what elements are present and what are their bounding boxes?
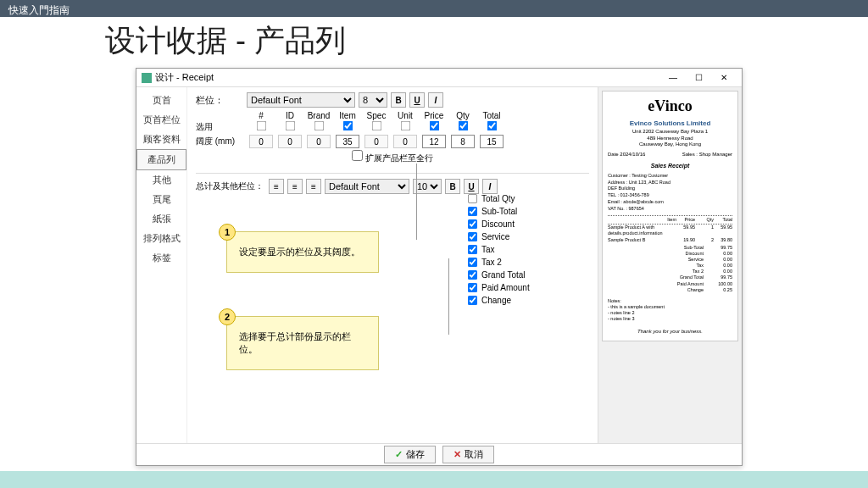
sidebar-item-2[interactable]: 顾客资料 [136,130,186,149]
total-chk-Change[interactable] [468,296,477,305]
width-Item[interactable] [336,135,359,148]
preview-panel: eVinco Evinco Solutions Limited Unit 220… [598,87,742,443]
sidebar-item-4[interactable]: 其他 [136,170,186,190]
callout-2-num: 2 [219,308,236,325]
width-Unit[interactable] [393,135,417,148]
sidebar: 页首页首栏位顾客资料產品列其他頁尾紙張排列格式标签 [136,87,187,443]
expand-checkbox[interactable] [352,150,363,161]
window-title: 设计 - Receipt [155,71,214,84]
leader-line-2 [448,258,449,335]
use-Price[interactable] [429,121,439,131]
use-ID[interactable] [285,121,295,131]
save-button[interactable]: ✓儲存 [384,446,436,463]
italic-button[interactable]: I [428,92,443,108]
callout-1-num: 1 [219,224,236,241]
width-Price[interactable] [422,135,446,148]
totals-bold-button[interactable]: B [445,179,460,194]
width-Qty[interactable] [451,135,475,148]
receipt-title: Sales Receipt [608,162,732,169]
align-center-button[interactable]: ≡ [287,179,303,194]
col-head-#: # [247,111,275,120]
sidebar-item-3[interactable]: 產品列 [136,149,186,170]
callout-2: 2 选择要于总计部份显示的栏位。 [226,316,379,370]
sidebar-item-0[interactable]: 页首 [136,91,186,110]
bold-button[interactable]: B [391,92,406,108]
totals-italic-button[interactable]: I [482,179,498,194]
totals-label: 总计及其他栏位： [196,180,265,192]
cancel-button[interactable]: ✕取消 [442,446,494,463]
total-chk-Service[interactable] [468,232,477,241]
align-right-button[interactable]: ≡ [306,179,321,194]
sidebar-item-1[interactable]: 页首栏位 [136,110,186,130]
maximize-button[interactable]: ☐ [686,70,711,86]
sidebar-item-6[interactable]: 紙張 [136,209,186,229]
sidebar-item-8[interactable]: 标签 [136,248,186,268]
col-head-Unit: Unit [391,111,420,120]
guide-header: 快速入門指南 [0,0,868,17]
col-head-Brand: Brand [304,111,333,120]
total-chk-Sub-Total[interactable] [468,207,477,216]
width-#[interactable] [249,135,273,148]
total-chk-Paid Amount[interactable] [468,283,477,292]
bottom-stripe [0,471,868,488]
use-#[interactable] [256,121,266,131]
totals-checklist: Total QtySub-TotalDiscountServiceTaxTax … [467,192,589,307]
column-label: 栏位： [196,94,243,107]
total-chk-Discount[interactable] [468,219,477,229]
col-head-Price: Price [420,111,448,120]
totals-size-select[interactable]: 10 [413,179,442,194]
totals-underline-button[interactable]: U [464,179,479,194]
minimize-button[interactable]: — [660,70,686,86]
col-head-Spec: Spec [362,111,391,120]
width-ID[interactable] [278,135,302,148]
titlebar: 设计 - Receipt — ☐ ✕ [136,69,742,87]
width-Brand[interactable] [307,135,331,148]
design-window: 设计 - Receipt — ☐ ✕ 页首页首栏位顾客资料產品列其他頁尾紙張排列… [136,68,743,466]
use-Item[interactable] [342,121,353,131]
col-head-Qty: Qty [448,111,477,120]
col-head-Item: Item [333,111,362,120]
app-icon [142,73,152,83]
callout-1: 1 设定要显示的栏位及其阔度。 [226,231,379,273]
close-button[interactable]: ✕ [711,70,737,86]
total-chk-Grand Total[interactable] [468,270,477,280]
receipt-company: Evinco Solutions Limited [608,119,732,128]
total-chk-Tax[interactable] [468,245,477,254]
main-panel: 栏位： Default Font 8 B U I #IDBrandItemSpe… [187,87,598,443]
column-headers: #IDBrandItemSpecUnitPriceQtyTotal [247,111,589,120]
leader-line-1 [416,164,417,240]
sidebar-item-5[interactable]: 頁尾 [136,190,186,209]
receipt-logo: eVinco [608,97,732,116]
totals-font-select[interactable]: Default Font [325,179,409,194]
sidebar-item-7[interactable]: 排列格式 [136,229,186,248]
width-row: 阔度 (mm) [196,135,589,148]
col-head-Total: Total [477,111,506,120]
page-title: 设计收据 - 产品列 [0,17,868,69]
width-Total[interactable] [480,135,504,148]
use-Total[interactable] [487,121,497,131]
total-chk-Tax 2[interactable] [468,258,477,267]
use-row: 选用 [196,120,589,133]
underline-button[interactable]: U [409,92,425,108]
use-Brand[interactable] [314,121,324,131]
column-font-select[interactable]: Default Font [247,92,355,108]
col-head-ID: ID [275,111,304,120]
footer-buttons: ✓儲存 ✕取消 [136,443,742,465]
use-Spec[interactable] [371,121,381,131]
align-left-button[interactable]: ≡ [269,179,284,194]
receipt-preview: eVinco Evinco Solutions Limited Unit 220… [602,91,738,341]
use-Unit[interactable] [400,121,410,131]
width-Spec[interactable] [364,135,388,148]
use-Qty[interactable] [458,121,468,131]
column-size-select[interactable]: 8 [359,92,387,108]
total-chk-Total Qty[interactable] [468,194,477,203]
expand-label: 扩展产品栏至全行 [365,153,433,163]
